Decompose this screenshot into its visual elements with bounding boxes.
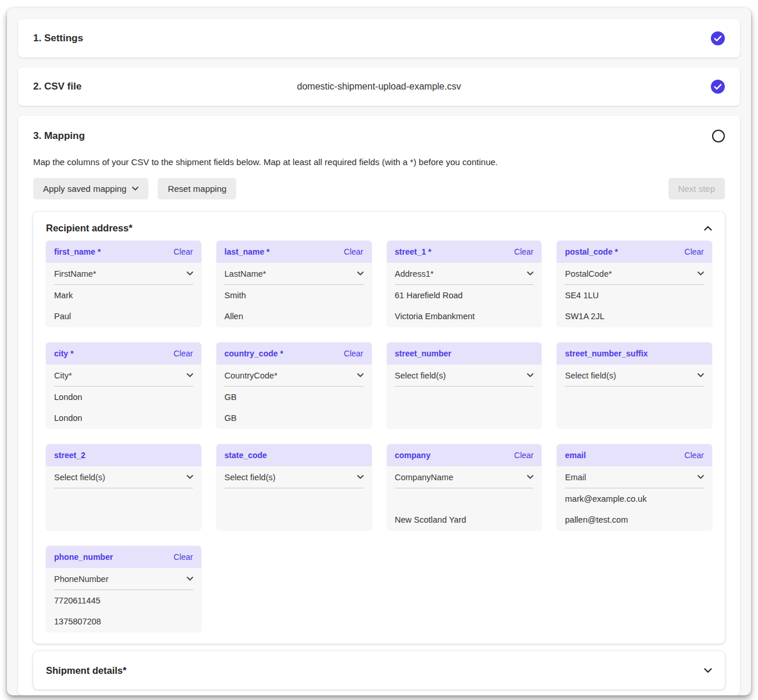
column-select[interactable]: CompanyName — [395, 466, 534, 488]
column-select[interactable]: FirstName* — [54, 263, 193, 285]
field-label: street_1 * — [395, 247, 432, 256]
next-step-button[interactable]: Next step — [668, 178, 725, 199]
clear-button[interactable]: Clear — [173, 349, 193, 358]
mapping-toolbar: Apply saved mapping Reset mapping Next s… — [33, 178, 725, 199]
clear-button[interactable]: Clear — [685, 247, 704, 256]
column-select[interactable]: Select field(s) — [225, 466, 364, 488]
chevron-down-icon — [187, 577, 193, 581]
step-mapping-title: 3. Mapping — [33, 130, 85, 142]
sample-value: pallen@test.com — [565, 509, 704, 530]
field-card-body: Address1* 61 Harefield RoadVictoria Emba… — [387, 263, 542, 327]
field-label: state_code — [225, 451, 267, 460]
csv-filename: domestic-shipment-upload-example.csv — [297, 81, 461, 92]
recipient-address-header[interactable]: Recipient address* — [46, 221, 712, 235]
shipment-details-header[interactable]: Shipment details* — [46, 663, 712, 677]
field-card: phone_number Clear PhoneNumber 772061144… — [46, 546, 201, 632]
column-select[interactable]: Address1* — [395, 263, 534, 285]
sample-value: Allen — [225, 306, 364, 327]
field-label: city * — [54, 349, 73, 358]
mapping-description: Map the columns of your CSV to the shipm… — [33, 157, 725, 167]
step-mapping: 3. Mapping Map the columns of your CSV t… — [18, 116, 740, 695]
column-select-value: Select field(s) — [225, 473, 276, 482]
column-select-value: CountryCode* — [225, 371, 277, 380]
clear-button[interactable]: Clear — [514, 451, 533, 460]
column-select-value: LastName* — [225, 269, 266, 278]
chevron-down-icon — [187, 475, 193, 479]
column-select-value: Email — [565, 473, 586, 482]
column-select[interactable]: City* — [54, 365, 193, 387]
sample-value — [395, 488, 534, 509]
column-select[interactable]: CountryCode* — [225, 365, 364, 387]
field-card-body: City* LondonLondon — [46, 365, 201, 428]
step-csv-title: 2. CSV file — [33, 81, 297, 92]
incomplete-circle-icon — [712, 130, 725, 142]
recipient-address-title: Recipient address* — [46, 223, 133, 234]
sample-value: 61 Harefield Road — [395, 285, 534, 306]
sample-value: SE4 1LU — [565, 285, 704, 306]
chevron-down-icon — [527, 373, 533, 377]
field-card-header: street_1 * Clear — [387, 241, 542, 263]
clear-button[interactable]: Clear — [344, 349, 363, 358]
column-select[interactable]: Email — [565, 466, 704, 488]
chevron-down-icon — [357, 272, 364, 276]
column-select[interactable]: Select field(s) — [54, 466, 193, 488]
sample-value: Paul — [54, 306, 193, 327]
sample-value: Victoria Embankment — [395, 306, 534, 327]
step-settings-title: 1. Settings — [33, 33, 379, 44]
field-card: street_number Select field(s) — [387, 342, 542, 428]
field-card-body: Select field(s) — [387, 365, 542, 387]
column-select-value: Select field(s) — [565, 371, 616, 380]
apply-saved-mapping-button[interactable]: Apply saved mapping — [33, 178, 148, 199]
field-mapping-grid: first_name * Clear FirstName* MarkPaul l… — [46, 241, 712, 632]
clear-button[interactable]: Clear — [173, 552, 193, 562]
clear-button[interactable]: Clear — [173, 247, 193, 256]
column-select-value: PostalCode* — [565, 269, 612, 278]
field-card-header: first_name * Clear — [46, 241, 201, 263]
column-select[interactable]: LastName* — [225, 263, 364, 285]
field-card: company Clear CompanyName New Scotland Y… — [387, 444, 542, 530]
sample-value: Mark — [54, 285, 193, 306]
field-card: country_code * Clear CountryCode* GBGB — [216, 342, 372, 428]
sample-value: London — [54, 408, 193, 428]
column-select-value: Select field(s) — [54, 473, 105, 482]
field-card-header: state_code — [216, 444, 372, 466]
csv-import-wizard: 1. Settings 2. CSV file domestic-shipmen… — [7, 8, 751, 695]
field-label: street_2 — [54, 451, 86, 460]
field-label: country_code * — [225, 349, 283, 358]
chevron-up-icon[interactable] — [704, 226, 712, 231]
field-card-body: Email mark@example.co.ukpallen@test.com — [557, 466, 712, 530]
field-card-body: Select field(s) — [46, 466, 201, 488]
clear-button[interactable]: Clear — [344, 247, 363, 256]
chevron-down-icon[interactable] — [704, 668, 712, 673]
clear-button[interactable]: Clear — [685, 451, 704, 460]
field-label: company — [395, 451, 430, 460]
step-settings[interactable]: 1. Settings — [18, 19, 740, 58]
chevron-down-icon — [697, 475, 704, 479]
chevron-down-icon — [697, 272, 704, 276]
field-card: street_number_suffix Select field(s) — [557, 342, 712, 428]
column-select-value: Select field(s) — [395, 371, 446, 380]
column-select[interactable]: Select field(s) — [395, 365, 534, 387]
field-label: street_number — [395, 349, 451, 358]
field-card-body: CompanyName New Scotland Yard — [387, 466, 542, 530]
field-card-header: street_number — [387, 342, 542, 365]
field-card: street_2 Select field(s) — [46, 444, 201, 530]
field-card-body: CountryCode* GBGB — [216, 365, 372, 428]
field-card-header: street_2 — [46, 444, 201, 466]
column-select[interactable]: Select field(s) — [565, 365, 704, 387]
field-card-header: email Clear — [557, 444, 712, 466]
chevron-down-icon — [187, 272, 193, 276]
sample-value: SW1A 2JL — [565, 306, 704, 327]
field-label: first_name * — [54, 247, 101, 256]
field-card-header: phone_number Clear — [46, 546, 201, 568]
field-card: state_code Select field(s) — [216, 444, 372, 530]
field-card-body: PhoneNumber 77206114451375807208 — [46, 568, 201, 632]
column-select[interactable]: PostalCode* — [565, 263, 704, 285]
check-circle-icon — [711, 80, 725, 94]
column-select[interactable]: PhoneNumber — [54, 568, 193, 590]
sample-value: Smith — [225, 285, 364, 306]
column-select-value: PhoneNumber — [54, 574, 109, 584]
clear-button[interactable]: Clear — [514, 247, 533, 256]
step-csv-file[interactable]: 2. CSV file domestic-shipment-upload-exa… — [18, 67, 740, 106]
reset-mapping-button[interactable]: Reset mapping — [158, 178, 236, 199]
